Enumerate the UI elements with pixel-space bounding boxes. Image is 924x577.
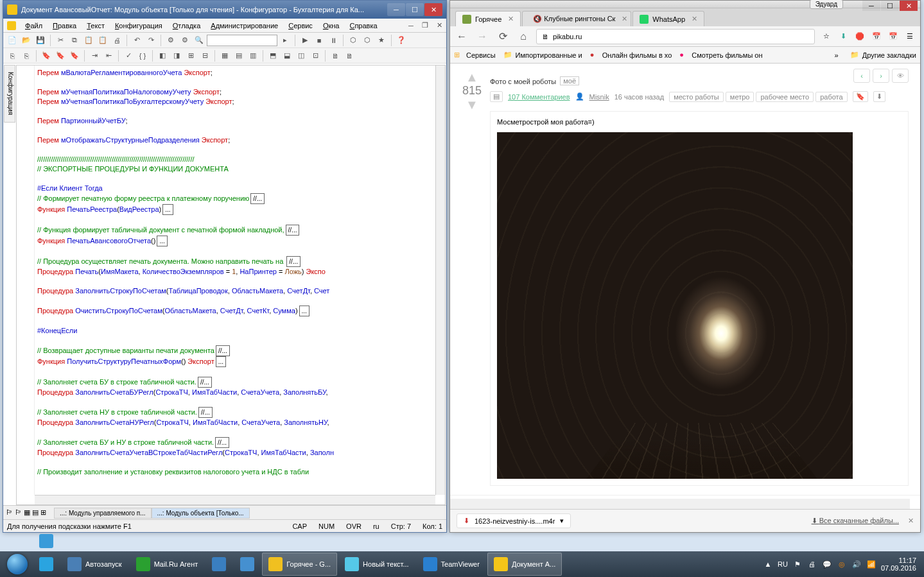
- download-chevron-icon[interactable]: ▾: [560, 517, 564, 525]
- t2e1-icon[interactable]: 🗎: [329, 49, 342, 62]
- close-downloads-button[interactable]: ✕: [908, 517, 914, 525]
- ext-cal2-icon[interactable]: 📅: [887, 30, 900, 43]
- minimize-button[interactable]: ─: [387, 3, 405, 16]
- browser-tab-2[interactable]: WhatsApp✕: [632, 11, 704, 26]
- chrome-close-button[interactable]: ✕: [900, 1, 918, 11]
- back-button[interactable]: ←: [454, 29, 469, 44]
- forward-button[interactable]: →: [475, 29, 490, 44]
- hide-button[interactable]: 👁: [892, 69, 909, 83]
- save-post-icon[interactable]: 🔖: [853, 91, 868, 102]
- cfg1-icon[interactable]: ⚙: [164, 34, 177, 47]
- maximize-button[interactable]: ☐: [406, 3, 424, 16]
- redo-icon[interactable]: ↷: [144, 34, 157, 47]
- t2d3-icon[interactable]: ◫: [295, 49, 308, 62]
- titlebar[interactable]: Документ АвансовыйОтчет: Модуль объекта …: [3, 1, 446, 19]
- tray-clock[interactable]: 11:17 07.09.2016: [881, 556, 916, 572]
- dbg3-icon[interactable]: ★: [375, 34, 388, 47]
- downvote-button[interactable]: ▼: [459, 100, 485, 109]
- horizontal-scrollbar[interactable]: [35, 495, 435, 504]
- bookmark-1[interactable]: 📁Импортированные и: [503, 51, 582, 60]
- start-button[interactable]: [3, 553, 32, 576]
- bookmark-3[interactable]: ●Смотреть фильмы он: [679, 51, 762, 60]
- t2c1-icon[interactable]: ▦: [218, 49, 231, 62]
- more-post-icon[interactable]: ⬇: [873, 91, 885, 102]
- bookmark-2[interactable]: ●Онлайн фильмы в хо: [590, 51, 672, 60]
- menu-Администрирование[interactable]: Администрирование: [205, 20, 283, 31]
- sidebar-tab-config[interactable]: Конфигурация: [4, 65, 15, 123]
- menu-Отладка[interactable]: Отладка: [168, 20, 206, 31]
- tray-up-icon[interactable]: ▲: [763, 559, 773, 569]
- task-2[interactable]: [205, 553, 232, 576]
- dbg1-icon[interactable]: ⬡: [347, 34, 360, 47]
- close-button[interactable]: ✕: [424, 3, 442, 16]
- code-body[interactable]: Перем мВалютаРегламентированногоУчета Эк…: [35, 65, 435, 495]
- cfg2-icon[interactable]: ⚙: [179, 34, 191, 47]
- chrome-titlebar[interactable]: Эдуард ─ ☐ ✕: [450, 1, 920, 8]
- close-tab-icon[interactable]: ✕: [622, 15, 627, 23]
- outdent-icon[interactable]: ⇤: [102, 49, 115, 62]
- syntax-icon[interactable]: ✓: [122, 49, 135, 62]
- doc-tab-0[interactable]: ...: Модуль управляемого п...: [54, 508, 152, 519]
- t2b2-icon[interactable]: ◨: [170, 49, 183, 62]
- task-6[interactable]: TeamViewer: [417, 553, 486, 576]
- pause-icon[interactable]: ⏸: [327, 34, 340, 47]
- t2d1-icon[interactable]: ⬒: [266, 49, 279, 62]
- close-tab-icon[interactable]: ✕: [692, 15, 697, 23]
- inner-close-button[interactable]: ✕: [433, 21, 445, 31]
- t2d4-icon[interactable]: ⊡: [309, 49, 322, 62]
- ext-star-icon[interactable]: ☆: [820, 30, 833, 43]
- page-content[interactable]: ▲ 815 ▼ ‹ › 👁 Фото с моей роботымоё ▤ 10…: [450, 64, 920, 509]
- bookmark-4[interactable]: 📁Другие закладки: [850, 51, 916, 60]
- paste-icon[interactable]: 📋: [82, 34, 95, 47]
- t2c2-icon[interactable]: ▤: [232, 49, 245, 62]
- task-4[interactable]: Горячее - G...: [262, 553, 337, 576]
- vertical-scrollbar[interactable]: [435, 65, 445, 495]
- inner-restore-button[interactable]: ❐: [419, 21, 431, 31]
- t2b1-icon[interactable]: ◧: [156, 49, 169, 62]
- stop-icon[interactable]: ■: [313, 34, 326, 47]
- find-icon[interactable]: 🔍: [193, 34, 205, 47]
- go-icon[interactable]: ▸: [279, 34, 292, 47]
- task-1[interactable]: Mail.Ru Агент: [130, 553, 205, 576]
- omnibox[interactable]: 🗎 pikabu.ru: [536, 29, 815, 44]
- browser-tab-1[interactable]: 🔇 Клубные рингтоны Ск✕: [522, 11, 631, 26]
- bookmark-0[interactable]: ⊞Сервисы: [454, 51, 496, 60]
- reload-button[interactable]: ⟳: [495, 29, 510, 44]
- pinned-0[interactable]: [33, 530, 60, 553]
- print-icon[interactable]: 🖨: [110, 34, 123, 47]
- bp4-icon[interactable]: ▤: [32, 508, 39, 517]
- all-downloads-button[interactable]: ⬇ Все скачанные файлы...: [812, 517, 899, 525]
- chrome-menu-button[interactable]: ☰: [903, 30, 916, 43]
- t2b3-icon[interactable]: ⊞: [184, 49, 197, 62]
- search-input[interactable]: [207, 35, 277, 46]
- bp5-icon[interactable]: ⊞: [40, 508, 46, 517]
- menu-Сервис[interactable]: Сервис: [283, 20, 318, 31]
- post-tag[interactable]: метро: [726, 92, 754, 102]
- post-tag[interactable]: работа: [815, 92, 847, 102]
- bookmark3-icon[interactable]: 🔖: [68, 49, 81, 62]
- tray-vol-icon[interactable]: 🔊: [851, 559, 862, 569]
- ext-cal1-icon[interactable]: 📅: [870, 30, 883, 43]
- paste2-icon[interactable]: 📋: [96, 34, 109, 47]
- ext-adblock-icon[interactable]: 🛑: [853, 30, 866, 43]
- task-3[interactable]: [234, 553, 261, 576]
- post-tag[interactable]: рабочее место: [756, 92, 814, 102]
- chrome-minimize-button[interactable]: ─: [862, 1, 880, 11]
- bookmark2-icon[interactable]: 🔖: [54, 49, 67, 62]
- code-editor[interactable]: Перем мВалютаРегламентированногоУчета Эк…: [16, 65, 446, 505]
- help-icon[interactable]: ❓: [395, 34, 408, 47]
- menu-Правка[interactable]: Правка: [48, 20, 82, 31]
- user-badge[interactable]: Эдуард: [810, 0, 843, 9]
- pinned-1[interactable]: [33, 553, 60, 576]
- copy-icon[interactable]: ⧉: [68, 34, 81, 47]
- bookmarks-overflow[interactable]: »: [835, 51, 839, 59]
- next-post-button[interactable]: ›: [873, 69, 889, 83]
- tray-mail-icon[interactable]: ◎: [837, 559, 847, 569]
- tray-net-icon[interactable]: ⚑: [792, 559, 803, 569]
- save-icon[interactable]: 💾: [34, 34, 47, 47]
- browser-tab-0[interactable]: Горячее✕: [455, 11, 521, 26]
- new-icon[interactable]: 📄: [6, 34, 19, 47]
- comments-link[interactable]: 107 Комментариев: [508, 93, 570, 101]
- menu-Текст[interactable]: Текст: [82, 20, 110, 31]
- undo-icon[interactable]: ↶: [130, 34, 143, 47]
